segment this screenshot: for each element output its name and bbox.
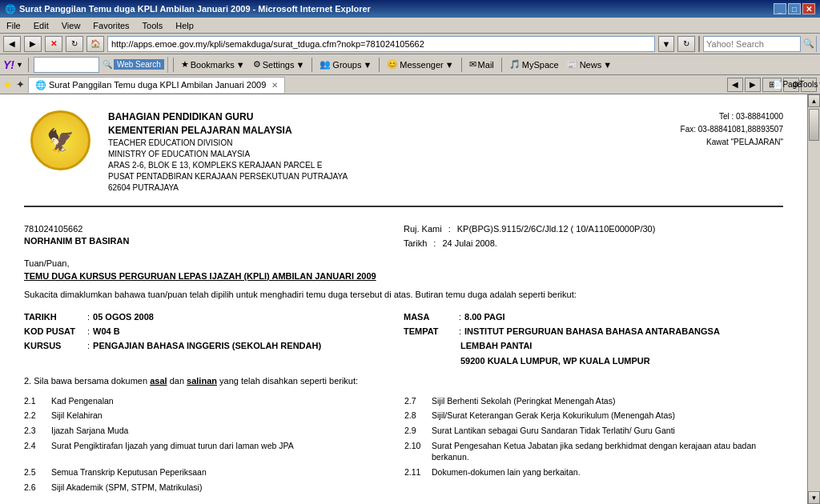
web-search-button[interactable]: 🔍 Web Search (98, 57, 167, 73)
yahoo-search-input[interactable] (704, 39, 800, 49)
active-tab[interactable]: 🌐 Surat Panggilan Temu duga KPLI Ambilan… (28, 77, 285, 93)
menu-file[interactable]: File (3, 20, 24, 31)
favorites-bar: ★ ✦ 🌐 Surat Panggilan Temu duga KPLI Amb… (0, 75, 820, 94)
list-item (404, 481, 783, 494)
main-area: 🦅 BAHAGIAN PENDIDIKAN GURU KEMENTERIAN P… (0, 94, 820, 504)
tarikh-detail-label: TARIKH (24, 311, 84, 323)
messenger-button[interactable]: 😊 Messenger ▼ (384, 58, 456, 70)
kursus-colon: : (87, 340, 90, 352)
tab-close-icon[interactable]: ✕ (271, 81, 278, 90)
menu-favorites[interactable]: Favorites (90, 20, 132, 31)
menu-help[interactable]: Help (172, 20, 197, 31)
settings-button[interactable]: ⚙ Settings ▼ (251, 58, 308, 70)
tools-button[interactable]: ⚙ Tools▼ (801, 78, 817, 92)
forward-button[interactable]: ▶ (24, 36, 42, 52)
tab-ie-icon: 🌐 (35, 80, 46, 90)
home-button[interactable]: 🏠 (86, 36, 104, 52)
sep-3 (173, 58, 174, 72)
doc-num: 2.11 (404, 466, 428, 478)
sila-salinan: salinan (187, 376, 217, 386)
doc-text: Sijil Akademik (SPM, STPM, Matrikulasi) (51, 482, 202, 494)
list-item: 2.7 Sijil Berhenti Sekolah (Peringkat Me… (404, 394, 783, 408)
tab-scroll-left[interactable]: ◀ (727, 78, 743, 92)
maximize-button[interactable]: □ (788, 3, 801, 14)
yahoo-toolbar: Y! ▼ 🔍 Web Search ★ Bookmarks ▼ ⚙ Settin… (0, 54, 820, 75)
sila-asal: asal (150, 376, 167, 386)
refresh-button-2[interactable]: ↻ (677, 36, 695, 52)
toolbar-search-input[interactable] (34, 58, 98, 72)
masa-detail: MASA : 8.00 PAGI (404, 311, 783, 323)
add-favorites-icon[interactable]: ✦ (16, 78, 25, 90)
sep-7 (501, 58, 502, 72)
menu-edit[interactable]: Edit (30, 20, 52, 31)
doc-text: Ijazah Sarjana Muda (51, 425, 128, 437)
list-item: 2.6 Sijil Akademik (SPM, STPM, Matrikula… (24, 481, 403, 494)
scroll-up-button[interactable]: ▲ (808, 94, 820, 107)
mail-button[interactable]: ✉ Mail (467, 58, 496, 70)
org-line2: KEMENTERIAN PELAJARAN MALAYSIA (108, 124, 669, 138)
org-line6: PUSAT PENTADBIRAN KERAJAAN PERSEKUTUAN P… (108, 171, 669, 182)
intro-text: Sukacita dimaklumkan bahawa tuan/puan te… (24, 289, 783, 301)
toolbar-search-container[interactable]: 🔍 Web Search (34, 57, 168, 73)
masa-colon: : (459, 311, 461, 323)
myspace-button[interactable]: 🎵 MySpace (507, 58, 561, 70)
scrollbar[interactable]: ▲ ▼ (807, 94, 820, 504)
sep-4 (312, 58, 312, 72)
tab-end-buttons: ◀ ▶ ⊞ 📄 Page▼ ⚙ Tools▼ (727, 78, 817, 92)
sep-2 (28, 58, 29, 72)
bookmarks-label: Bookmarks (191, 60, 235, 70)
kodpusat-value: W04 B (93, 326, 120, 338)
sep-5 (379, 58, 380, 72)
back-button[interactable]: ◀ (3, 36, 21, 52)
tab-label: Surat Panggilan Temu duga KPLI Ambilan J… (49, 80, 266, 90)
recipient-id: 781024105662 (24, 223, 404, 235)
address-dropdown[interactable]: ▼ (658, 36, 674, 52)
address-input[interactable]: http://apps.emoe.gov.my/kpli/semakduga/s… (107, 36, 655, 52)
close-button[interactable]: ✕ (802, 3, 815, 14)
scroll-thumb[interactable] (809, 109, 819, 141)
scroll-track[interactable] (808, 107, 820, 491)
list-item: 2.10 Surat Pengesahan Ketua Jabatan jika… (404, 439, 783, 464)
menu-bar: File Edit View Favorites Tools Help (0, 18, 820, 34)
yahoo-search-go[interactable]: 🔍 (800, 36, 816, 52)
doc-num: 2.4 (24, 440, 48, 463)
doc-num: 2.1 (24, 395, 48, 407)
yahoo-search-container[interactable]: 🔍 (703, 36, 817, 52)
tempat-detail: TEMPAT : INSTITUT PERGURUAN BAHASA BAHAS… (404, 326, 783, 338)
list-item: 2.1 Kad Pengenalan (24, 394, 403, 408)
detail-right: MASA : 8.00 PAGI TEMPAT : INSTITUT PERGU… (404, 311, 783, 368)
bookmarks-button[interactable]: ★ Bookmarks ▼ (179, 58, 247, 70)
groups-button[interactable]: 👥 Groups ▼ (317, 58, 374, 70)
tools-icon: ⚙ (792, 80, 799, 89)
ref-right: Ruj. Kami : KP(BPG)S.9115/2/6C/Jld.12 ( … (404, 223, 783, 250)
yahoo-text: ▼ (16, 61, 23, 69)
tab-scroll-right[interactable]: ▶ (745, 78, 761, 92)
org-line1: BAHAGIAN PENDIDIKAN GURU (108, 110, 669, 124)
doc-num: 2.9 (404, 425, 428, 437)
doc-text: Kad Pengenalan (51, 395, 114, 407)
ie-icon: 🌐 (5, 4, 16, 14)
kodpusat-detail: KOD PUSAT : W04 B (24, 326, 404, 338)
doc-text: Surat Pengiktirafan Ijazah yang dimuat t… (51, 440, 294, 463)
window-title: Surat Panggilan Temu duga KPLI Ambilan J… (19, 4, 371, 14)
favorites-star-icon[interactable]: ★ (3, 78, 13, 90)
doc-text: Dokumen-dokumen lain yang berkaitan. (432, 466, 581, 478)
tarikh-label: Tarikh (404, 238, 427, 250)
masa-value: 8.00 PAGI (464, 311, 505, 323)
list-item: 2.3 Ijazah Sarjana Muda (24, 424, 403, 438)
stop-button[interactable]: ✕ (45, 36, 62, 52)
kursus-detail: KURSUS : PENGAJIAN BAHASA INGGERIS (SEKO… (24, 340, 404, 352)
scroll-down-button[interactable]: ▼ (808, 491, 820, 504)
menu-view[interactable]: View (58, 20, 84, 31)
groups-icon: 👥 (320, 59, 331, 70)
groups-arrow: ▼ (363, 60, 372, 70)
news-button[interactable]: 📰 News ▼ (565, 58, 614, 70)
refresh-button[interactable]: ↻ (66, 36, 83, 52)
letterhead-logo: 🦅 (24, 110, 96, 170)
title-bar-buttons[interactable]: _ □ ✕ (774, 3, 815, 14)
menu-tools[interactable]: Tools (139, 20, 167, 31)
doc-text: Sijil Kelahiran (51, 410, 102, 422)
contact-tel: Tel : 03-88841000 (681, 110, 783, 123)
minimize-button[interactable]: _ (774, 3, 786, 14)
document-list: 2.1 Kad Pengenalan 2.7 Sijil Berhenti Se… (24, 394, 783, 494)
